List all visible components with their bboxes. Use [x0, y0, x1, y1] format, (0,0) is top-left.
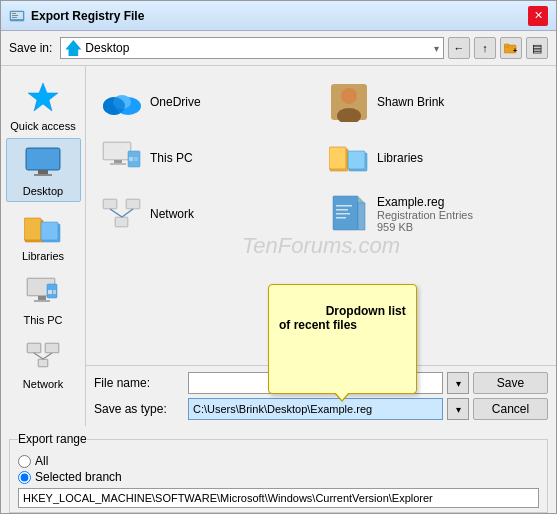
radio-all[interactable]: [18, 455, 31, 468]
svg-line-57: [122, 209, 133, 217]
file-type-row: Save as type: C:\Users\Brink\Desktop\Exa…: [94, 398, 548, 420]
radio-row-selected: Selected branch: [18, 470, 539, 484]
save-in-label: Save in:: [9, 41, 52, 55]
svg-rect-11: [38, 170, 48, 174]
svg-rect-61: [336, 205, 352, 207]
svg-rect-23: [53, 290, 56, 294]
sidebar-label-quick-access: Quick access: [10, 120, 75, 132]
close-button[interactable]: ✕: [528, 6, 548, 26]
this-pc-icon: [23, 272, 63, 312]
radio-selected-branch[interactable]: [18, 471, 31, 484]
dropdown-tooltip: Dropdown list of recent files: [268, 284, 417, 394]
title-bar: Export Registry File ✕: [1, 1, 556, 31]
title-bar-icon: [9, 8, 25, 24]
save-as-type-label: Save as type:: [94, 402, 184, 416]
export-range-fieldset: Export range All Selected branch: [9, 432, 548, 513]
network-name-grid: Network: [150, 207, 194, 221]
this-pc-icon-grid: [102, 138, 142, 178]
list-item[interactable]: Network: [98, 190, 317, 238]
file-type-dropdown-arrow[interactable]: ▾: [447, 398, 469, 420]
shawn-brink-name: Shawn Brink: [377, 95, 444, 109]
sidebar-item-desktop[interactable]: Desktop: [6, 138, 81, 202]
desktop-icon: [23, 143, 63, 183]
svg-rect-14: [24, 218, 41, 240]
svg-rect-60: [358, 203, 365, 230]
svg-text:+: +: [513, 47, 517, 54]
onedrive-name: OneDrive: [150, 95, 201, 109]
list-item[interactable]: Shawn Brink: [325, 78, 544, 126]
quick-access-icon: [23, 78, 63, 118]
svg-rect-47: [329, 147, 346, 169]
onedrive-info: OneDrive: [150, 95, 201, 109]
back-button[interactable]: ←: [448, 37, 470, 59]
path-dropdown[interactable]: Desktop ▾: [60, 37, 444, 59]
shawn-brink-icon: [329, 82, 369, 122]
path-icon: [65, 40, 81, 56]
title-bar-title: Export Registry File: [31, 9, 528, 23]
list-item[interactable]: Libraries: [325, 134, 544, 182]
svg-line-31: [43, 353, 52, 359]
example-reg-info: Example.reg Registration Entries 959 KB: [377, 195, 473, 233]
svg-rect-29: [39, 360, 47, 366]
svg-rect-6: [504, 44, 509, 47]
list-item[interactable]: OneDrive: [98, 78, 317, 126]
sidebar-label-network: Network: [23, 378, 63, 390]
recent-file-dropdown: C:\Users\Brink\Desktop\Example.reg: [188, 398, 443, 420]
sidebar-item-quick-access[interactable]: Quick access: [6, 74, 81, 136]
new-folder-button[interactable]: +: [500, 37, 522, 59]
svg-rect-64: [336, 217, 346, 219]
libraries-info-grid: Libraries: [377, 151, 423, 165]
libraries-name-grid: Libraries: [377, 151, 423, 165]
svg-rect-40: [104, 143, 130, 159]
path-dropdown-arrow: ▾: [434, 43, 439, 54]
path-text: Desktop: [85, 41, 430, 55]
radio-all-label: All: [35, 454, 48, 468]
example-reg-meta2: 959 KB: [377, 221, 473, 233]
svg-line-56: [110, 209, 122, 217]
sidebar-item-libraries[interactable]: Libraries: [6, 204, 81, 266]
radio-selected-label: Selected branch: [35, 470, 122, 484]
cancel-button[interactable]: Cancel: [473, 398, 548, 420]
svg-rect-62: [336, 209, 348, 211]
network-icon: [23, 336, 63, 376]
svg-rect-49: [348, 151, 365, 169]
bottom-panel: File name: ▾ Save Save as type: C:\Users…: [86, 365, 556, 426]
svg-marker-59: [358, 196, 365, 203]
list-item[interactable]: This PC: [98, 134, 317, 182]
list-item[interactable]: Example.reg Registration Entries 959 KB: [325, 190, 544, 238]
svg-rect-10: [27, 149, 59, 169]
radio-row-all: All: [18, 454, 539, 468]
svg-marker-8: [28, 83, 58, 111]
export-range-title: Export range: [18, 432, 87, 446]
sidebar-label-desktop: Desktop: [23, 185, 63, 197]
toolbar: Save in: Desktop ▾ ← ↑ + ▤: [1, 31, 556, 65]
example-reg-icon: [329, 194, 369, 234]
view-button[interactable]: ▤: [526, 37, 548, 59]
svg-rect-53: [127, 200, 139, 208]
branch-input[interactable]: [18, 488, 539, 508]
dropdown-tooltip-text: Dropdown list of recent files: [279, 304, 406, 332]
svg-rect-3: [12, 15, 18, 16]
onedrive-icon: [102, 82, 142, 122]
filename-dropdown-arrow[interactable]: ▾: [447, 372, 469, 394]
sidebar: Quick access Desktop: [1, 66, 86, 426]
this-pc-info-grid: This PC: [150, 151, 193, 165]
save-button[interactable]: Save: [473, 372, 548, 394]
sidebar-label-libraries: Libraries: [22, 250, 64, 262]
network-icon-grid: [102, 194, 142, 234]
this-pc-name-grid: This PC: [150, 151, 193, 165]
tooltip-arrow: [335, 392, 349, 400]
svg-rect-2: [12, 13, 16, 14]
example-reg-name: Example.reg: [377, 195, 473, 209]
content-area: Quick access Desktop: [1, 65, 556, 426]
svg-rect-44: [129, 157, 133, 161]
main-area: TenForums.com OneDrive: [86, 66, 556, 426]
example-reg-meta1: Registration Entries: [377, 209, 473, 221]
up-button[interactable]: ↑: [474, 37, 496, 59]
sidebar-item-this-pc[interactable]: This PC: [6, 268, 81, 330]
sidebar-item-network[interactable]: Network: [6, 332, 81, 394]
svg-rect-16: [41, 222, 58, 240]
libraries-icon-grid: [329, 138, 369, 178]
svg-point-37: [341, 88, 357, 104]
svg-point-35: [103, 97, 125, 115]
